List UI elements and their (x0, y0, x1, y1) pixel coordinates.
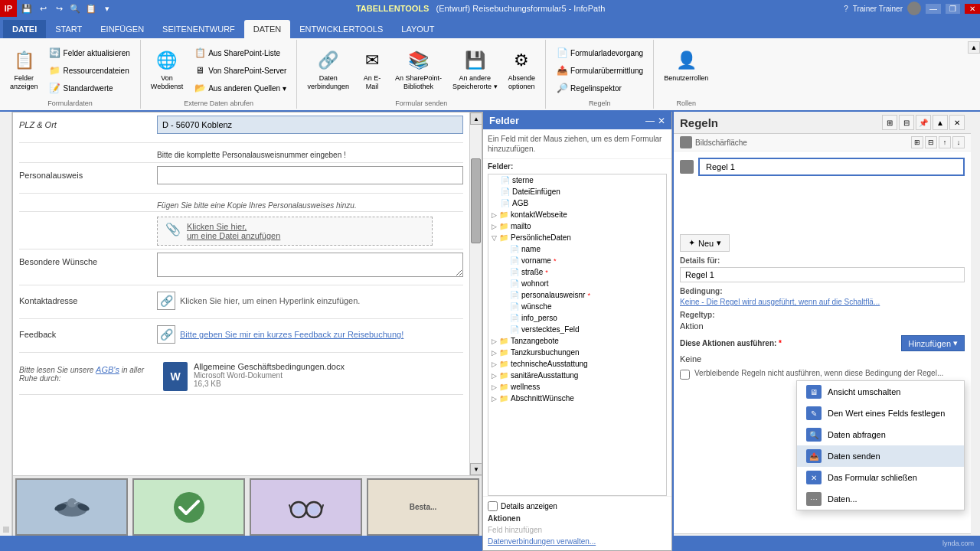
tree-item-verstecktes-feld[interactable]: 📄 verstecktes_Feld (488, 324, 666, 335)
plz-input[interactable] (157, 116, 463, 134)
tree-item-vorname[interactable]: 📄 vorname* (488, 255, 666, 266)
andere-speicherorte-btn[interactable]: 💾 An andereSpeicherorte ▾ (449, 44, 501, 95)
tree-item-sanitaere-ausstattung[interactable]: ▷ 📁 sanitäreAusstattung (488, 370, 666, 381)
details-input[interactable] (680, 267, 965, 282)
tree-item-mailto[interactable]: ▷ 📁 mailto (488, 220, 666, 232)
help-icon[interactable]: ? (844, 5, 848, 13)
qat-copy[interactable]: 📋 (84, 2, 98, 15)
tab-seitenentwurf[interactable]: SEITENENTWURF (153, 20, 244, 38)
qat-view[interactable]: 🔍 (68, 2, 82, 15)
bedingung-link[interactable]: Keine - Die Regel wird ausgeführt, wenn … (680, 298, 965, 306)
feedback-field[interactable]: 🔗 Bitte geben Sie mir ein kurzes Feedbac… (157, 325, 463, 344)
tree-item-personalausweisnr[interactable]: 📄 personalausweisnr* (488, 289, 666, 301)
tree-item-tanzangebote[interactable]: ▷ 📁 Tanzangebote (488, 335, 666, 347)
details-checkbox-input[interactable] (488, 501, 498, 511)
tree-item-sterne[interactable]: 📄 sterne (488, 174, 666, 186)
datenverbindungen-link[interactable]: Datenverbindungen verwalten... (488, 537, 667, 546)
felder-aktualisieren-btn[interactable]: 🔄 Felder aktualisieren (45, 44, 134, 61)
agb-link[interactable]: AGB's (96, 365, 119, 374)
hyperlink-placeholder[interactable]: Klicken Sie hier, um einen Hyperlink ein… (180, 296, 360, 305)
breadcrumb-tool-3[interactable]: ↑ (939, 136, 951, 148)
image-item-2[interactable] (250, 478, 362, 536)
tab-daten[interactable]: DATEN (244, 20, 290, 38)
tree-item-persoenlichedaten[interactable]: ▽ 📁 PersönlicheDaten (488, 232, 666, 243)
von-webdienst-btn[interactable]: 🌐 VonWebdienst (147, 44, 187, 95)
felder-anzeigen-btn[interactable]: 📋 Felderanzeigen (6, 44, 42, 95)
qat-redo[interactable]: ↪ (52, 2, 66, 15)
minimize-btn[interactable]: — (926, 4, 941, 14)
standardwerte-btn[interactable]: 📝 Standardwerte (45, 80, 134, 96)
absendeoptionen-btn[interactable]: ⚙ Absende­optionen (505, 44, 540, 95)
dropdown-item-ansicht[interactable]: 🖥 Ansicht umschalten (797, 381, 964, 403)
regeln-pin-btn[interactable]: 📌 (916, 115, 931, 130)
details-anzeigen-checkbox[interactable]: Details anzeigen (488, 501, 667, 511)
wuensche-field[interactable] (157, 253, 463, 279)
tree-item-wohnort[interactable]: 📄 wohnort (488, 278, 666, 289)
email-btn[interactable]: ✉ An E-Mail (356, 44, 388, 95)
file-attach-text[interactable]: Klicken Sie hier,um eine Datei anzufügen (187, 222, 280, 240)
tree-item-wuensche[interactable]: 📄 wünsche (488, 301, 666, 312)
tree-item-dateieinfuegen[interactable]: 📄 DateiEinfügen (488, 186, 666, 197)
verbleibende-checkbox[interactable] (680, 370, 690, 380)
tab-datei[interactable]: DATEI (3, 20, 46, 38)
felder-minimize-btn[interactable]: — (645, 116, 655, 126)
dropdown-item-daten[interactable]: ⋯ Daten... (797, 488, 964, 510)
feedback-hyperlink-btn[interactable]: 🔗 (157, 325, 175, 344)
tree-item-tanzkursbuchungen[interactable]: ▷ 📁 Tanzkursbuchungen (488, 347, 666, 358)
rule-name-input[interactable] (698, 158, 965, 176)
hyperlink-icon-btn[interactable]: 🔗 (157, 292, 175, 310)
personalausweis-field[interactable] (157, 166, 463, 184)
scroll-down-btn[interactable]: ▼ (470, 463, 482, 475)
breadcrumb-tool-1[interactable]: ⊞ (911, 136, 923, 148)
dropdown-item-schliessen[interactable]: ✕ Das Formular schließen (797, 467, 964, 488)
qat-undo[interactable]: ↩ (36, 2, 50, 15)
tree-item-agb[interactable]: 📄 AGB (488, 197, 666, 209)
tab-einfuegen[interactable]: EINFÜGEN (91, 20, 153, 38)
tree-item-technische-ausstattung[interactable]: ▷ 📁 technischeAusstattung (488, 358, 666, 370)
tab-start[interactable]: START (46, 20, 91, 38)
file-attach-btn[interactable]: 📎 Klicken Sie hier,um eine Datei anzufüg… (157, 217, 433, 246)
personalausweis-input[interactable] (157, 166, 463, 184)
qat-save[interactable]: 💾 (20, 2, 34, 15)
close-btn[interactable]: ✕ (965, 4, 980, 14)
wuensche-input[interactable] (157, 253, 463, 277)
plz-field[interactable] (157, 116, 463, 134)
regeln-collapse-btn[interactable]: ⊟ (899, 115, 914, 130)
image-item-0[interactable] (15, 478, 128, 536)
kontakt-field[interactable]: 🔗 Klicken Sie hier, um einen Hyperlink e… (157, 292, 463, 310)
ribbon-collapse-btn[interactable]: ▲ (968, 41, 980, 54)
regeln-up-btn[interactable]: ▲ (933, 115, 948, 130)
regeln-expand-btn[interactable]: ⊞ (882, 115, 897, 130)
sharepoint-server-btn[interactable]: 🖥 Von SharePoint-Server (190, 62, 290, 79)
image-item-1[interactable] (132, 478, 245, 536)
dropdown-item-senden[interactable]: 📤 Daten senden (797, 445, 964, 467)
tab-entwicklertools[interactable]: ENTWICKLERTOOLS (290, 20, 392, 38)
datenverbindungen-btn[interactable]: 🔗 Daten­verbindungen (303, 44, 353, 95)
scroll-thumb[interactable] (471, 158, 481, 243)
neu-btn[interactable]: ✦ Neu ▾ (680, 234, 730, 252)
formularladevorgang-btn[interactable]: 📄 Formularladevorgang (552, 44, 647, 61)
felder-close-btn[interactable]: ✕ (658, 116, 665, 126)
dropdown-item-wert[interactable]: ✎ Den Wert eines Felds festlegen (797, 403, 964, 424)
scroll-up-btn[interactable]: ▲ (470, 112, 482, 125)
tab-layout[interactable]: LAYOUT (392, 20, 443, 38)
tree-item-abschnitt-wuensche[interactable]: ▷ 📁 AbschnittWünsche (488, 393, 666, 404)
regelinspektor-btn[interactable]: 🔎 Regelinspektor (552, 80, 647, 96)
image-item-3[interactable]: Besta... (367, 478, 479, 536)
dropdown-item-abfragen[interactable]: 🔍 Daten abfragen (797, 424, 964, 445)
tree-item-strasse[interactable]: 📄 straße* (488, 266, 666, 278)
benutzerrollen-btn[interactable]: 👤 Benutzerrollen (660, 44, 712, 86)
hinzufuegen-btn[interactable]: Hinzufügen ▾ (901, 335, 965, 351)
sharepoint-liste-btn[interactable]: 📋 Aus SharePoint-Liste (190, 44, 290, 61)
sharepoint-bib-btn[interactable]: 📚 An SharePoint-Bibliothek (391, 44, 446, 95)
tree-item-kontaktwebseite[interactable]: ▷ 📁 kontaktWebseite (488, 209, 666, 220)
tree-item-name[interactable]: 📄 name (488, 243, 666, 255)
ressourcendateien-btn[interactable]: 📁 Ressourcendateien (45, 62, 134, 79)
tree-item-info-perso[interactable]: 📄 info_perso (488, 312, 666, 324)
qat-more[interactable]: ▾ (100, 2, 114, 15)
regeln-close-btn[interactable]: ✕ (949, 115, 965, 130)
feedback-link[interactable]: Bitte geben Sie mir ein kurzes Feedback … (180, 330, 403, 339)
formulareubermittlung-btn[interactable]: 📤 Formularübermittlung (552, 62, 647, 79)
breadcrumb-tool-2[interactable]: ⊟ (925, 136, 937, 148)
andere-quellen-btn[interactable]: 📂 Aus anderen Quellen ▾ (190, 80, 290, 96)
